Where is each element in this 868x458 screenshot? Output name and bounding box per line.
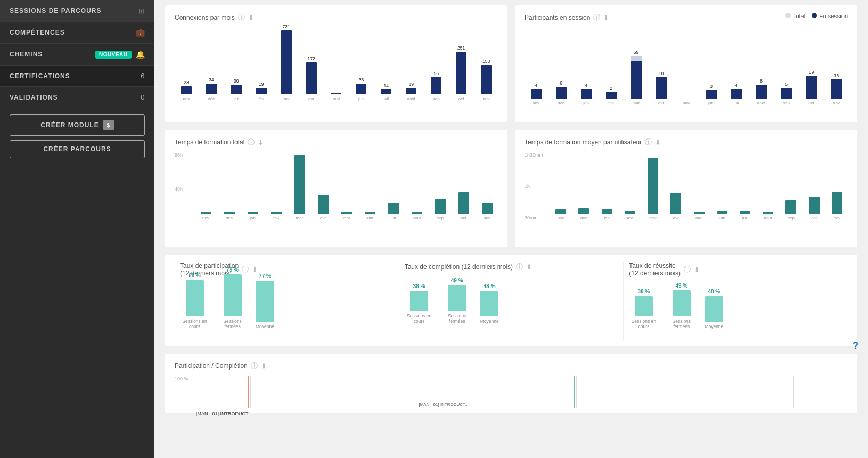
charts-row-1: Connexions par mois ⓘ ⬇ 23nov34déc30jan1… (165, 5, 857, 122)
download-icon-participants[interactable]: ⬇ (603, 14, 609, 22)
bar-col: 19oct (800, 70, 823, 105)
sidebar-item-chemins[interactable]: CHEMINS NOUVEAU 🔔 (0, 44, 154, 66)
bar-col: 19fév (250, 81, 273, 101)
bar-col: 4nov (525, 83, 547, 105)
bar-col: 33juin (349, 77, 373, 101)
bar-col: 4juil (725, 83, 748, 105)
taux-reussite-bars: 38 % Sessions en cours 49 % Sessions fer… (629, 282, 842, 341)
info-icon-connexions[interactable]: ⓘ (238, 13, 245, 22)
taux-completion-title: Taux de complétion (12 derniers mois) (405, 263, 513, 271)
connexions-chart-card: Connexions par mois ⓘ ⬇ 23nov34déc30jan1… (165, 5, 507, 122)
sidebar: SESSIONS DE PARCOURS ⊞ COMPÉTENCES 💼 CHE… (0, 0, 154, 458)
download-icon-reussite[interactable]: ⬇ (694, 266, 700, 274)
participants-title: Participants en session (525, 14, 590, 21)
create-module-button[interactable]: CRÉER MODULE $ (10, 114, 145, 136)
info-icon-participants[interactable]: ⓘ (593, 13, 600, 22)
download-icon-temps-moyen[interactable]: ⬇ (655, 138, 661, 146)
bar-col: 8août (750, 78, 773, 105)
download-icon-connexions[interactable]: ⬇ (248, 14, 254, 22)
temps-total-bar-area: novdécjanfévmaravrmaijuinjuilaoûtsepoctn… (195, 152, 498, 232)
completion-chart-title: Participation / Complétion (175, 362, 248, 370)
info-icon-temps-moyen[interactable]: ⓘ (645, 137, 652, 147)
bar-col: 3juin (700, 84, 723, 105)
bar-col: mai (675, 97, 698, 105)
info-icon-temps-total[interactable]: ⓘ (248, 137, 255, 147)
sidebar-item-certifications[interactable]: CERTIFICATIONS 6 (0, 66, 154, 87)
participants-legend: Total En session (785, 13, 848, 19)
bell-icon: 🔔 (136, 50, 145, 59)
temps-total-chart-card: Temps de formation total ⓘ ⬇ 96h 48h nov… (165, 130, 507, 247)
taux-participation-bar-1: 68 % Sessions en cours (180, 273, 209, 329)
bar-col: mai (325, 92, 348, 101)
module-x-label: [MAN - 01] INTRODUCT... (196, 411, 252, 416)
help-icon[interactable]: ? (853, 340, 858, 351)
participants-chart-card: Participants en session ⓘ ⬇ Total En ses… (515, 5, 857, 122)
bar-col: 4jan (575, 83, 597, 105)
taux-completion-bar-1: 38 % Sessions en cours (405, 283, 434, 324)
taux-completion-bar-3: 48 % Moyenne (480, 283, 499, 324)
bar-col: 56sep (424, 71, 448, 101)
info-icon-completion-chart[interactable]: ⓘ (251, 361, 258, 371)
charts-row-2: Temps de formation total ⓘ ⬇ 96h 48h nov… (165, 130, 857, 247)
taux-completion-bar-2: 49 % Sessions fermées (443, 277, 472, 324)
taux-reussite-bar-1: 38 % Sessions en cours (629, 289, 658, 329)
bar-col: 18avr (650, 71, 673, 105)
create-parcours-button[interactable]: CRÉER PARCOURS (10, 140, 145, 158)
briefcase-icon: 💼 (136, 28, 145, 37)
participants-bar-area: 4nov6déc4jan2fév59mar18avrmai3juin4juil8… (525, 32, 848, 117)
taux-completion-block: Taux de complétion (12 derniers mois) ⓘ … (399, 262, 624, 341)
sidebar-buttons: CRÉER MODULE $ CRÉER PARCOURS (0, 108, 154, 165)
taux-completion-bars: 38 % Sessions en cours 49 % Sessions fer… (405, 277, 618, 336)
download-icon-completion-chart[interactable]: ⬇ (261, 362, 267, 370)
bar-col: 2fév (600, 86, 623, 105)
bar-col: 5sep (775, 81, 798, 105)
sidebar-item-sessions-parcours[interactable]: SESSIONS DE PARCOURS ⊞ (0, 0, 154, 22)
bar-col: 34déc (200, 77, 223, 101)
connexions-title-row: Connexions par mois ⓘ ⬇ (175, 13, 498, 22)
completion-ticks (196, 376, 848, 408)
temps-moyen-chart-card: Temps de formation moyen par utilisateur… (515, 130, 857, 247)
taux-participation-block: Taux de participation (12 derniers mois)… (175, 262, 399, 341)
completion-lines-area: [MAN - 01] INTRODUCT... (196, 376, 848, 408)
completion-section: Participation / Complétion ⓘ ⬇ 100 % [MA… (165, 354, 857, 413)
main-content: Connexions par mois ⓘ ⬇ 23nov34déc30jan1… (154, 0, 868, 458)
connexions-bar-area: 23nov34déc30jan19fév721mar172avrmai33jui… (175, 28, 498, 113)
sidebar-item-validations[interactable]: VALIDATIONS 0 (0, 87, 154, 108)
bar-col: 16nov (825, 73, 848, 105)
completion-chart-area: 100 % [MAN - 01] INTRODUCT... (175, 376, 848, 408)
temps-moyen-bar-area: novdécjanfévmaravrmaijuinjuilaoûtsepoctn… (550, 152, 848, 232)
temps-total-title: Temps de formation total (175, 138, 244, 146)
taux-participation-bar-3: 77 % Moyenne (256, 273, 274, 329)
completion-y-label: 100 % (175, 376, 189, 381)
taux-reussite-block: Taux de réussite (12 derniers mois) ⓘ ⬇ … (624, 262, 848, 341)
bar-col: 23nov (175, 80, 198, 101)
bar-col: 172avr (300, 56, 323, 101)
download-icon-completion[interactable]: ⬇ (526, 263, 532, 271)
taux-section: Taux de participation (12 derniers mois)… (165, 255, 857, 346)
temps-total-chart-area: 96h 48h novdécjanfévmaravrmaijuinjuilaoû… (175, 152, 498, 232)
bar-col: 59mar (625, 50, 648, 105)
sidebar-item-competences[interactable]: COMPÉTENCES 💼 (0, 22, 154, 44)
bar-col: 721mar (275, 24, 298, 101)
temps-moyen-title-row: Temps de formation moyen par utilisateur… (525, 137, 848, 147)
bar-col: 19août (399, 81, 423, 101)
temps-total-title-row: Temps de formation total ⓘ ⬇ (175, 137, 498, 147)
info-icon-completion[interactable]: ⓘ (516, 262, 523, 272)
temps-moyen-chart-area: 1h30min 1h 30min novdécjanfévmaravrmaiju… (525, 152, 848, 232)
connexions-title: Connexions par mois (175, 14, 235, 21)
temps-moyen-yaxis: 1h30min 1h 30min (525, 152, 543, 220)
taux-reussite-bar-3: 48 % Moyenne (705, 289, 723, 329)
info-icon-reussite[interactable]: ⓘ (684, 265, 691, 274)
bar-col: 14juil (374, 83, 398, 101)
bar-col: 158nov (474, 59, 498, 101)
download-icon-participation[interactable]: ⬇ (252, 266, 258, 274)
download-icon-temps-total[interactable]: ⬇ (258, 138, 264, 146)
bar-col: 6déc (550, 80, 572, 105)
taux-reussite-title: Taux de réussite (12 derniers mois) (629, 262, 681, 277)
grid-icon: ⊞ (138, 6, 145, 15)
temps-moyen-title: Temps de formation moyen par utilisateur (525, 138, 642, 146)
taux-reussite-bar-2: 49 % Sessions fermées (667, 283, 696, 329)
module-icon: $ (103, 120, 114, 130)
temps-total-yaxis: 96h 48h (175, 152, 183, 220)
bar-col: 251oct (449, 45, 473, 101)
